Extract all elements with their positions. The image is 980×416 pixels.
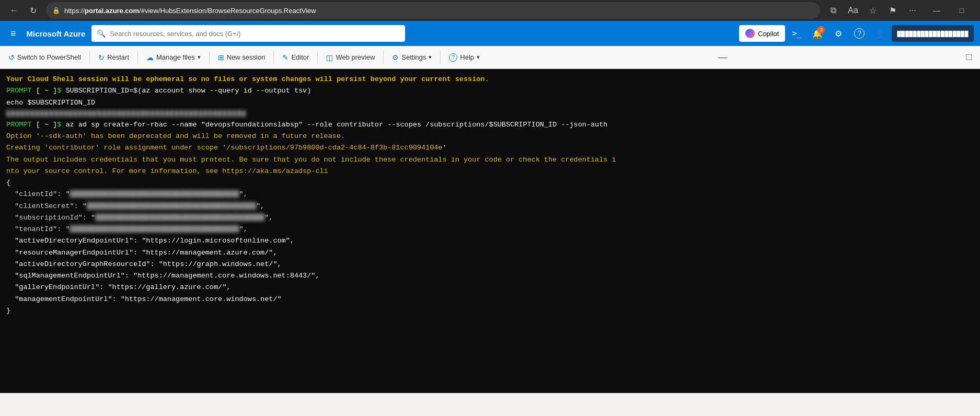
blurred-output-text: ████████████████████████████████████████… bbox=[6, 109, 247, 119]
manage-files-button[interactable]: ☁ Manage files ▾ bbox=[142, 49, 205, 66]
shell-help-button[interactable]: ? Help ▾ bbox=[445, 49, 484, 66]
editor-button[interactable]: ✎ Editor bbox=[278, 49, 313, 66]
prompt1-bracket: [ ~ ] bbox=[32, 86, 57, 96]
terminal-json-line: "tenantId": "███████████████████████████… bbox=[6, 224, 974, 235]
shell-maximize-button[interactable]: □ bbox=[962, 50, 976, 65]
maximize-window-button[interactable]: □ bbox=[950, 2, 974, 19]
read-aloud-button[interactable]: Aa bbox=[845, 3, 861, 18]
manage-files-label: Manage files bbox=[156, 53, 195, 61]
new-session-button[interactable]: ⊞ New session bbox=[214, 49, 270, 66]
terminal-json-line: "subscriptionId": "█████████████████████… bbox=[6, 213, 974, 223]
settings-icon: ⚙ bbox=[835, 29, 842, 39]
notifications-button[interactable]: 🔔 2 bbox=[808, 24, 827, 43]
new-session-label: New session bbox=[227, 53, 266, 61]
terminal-button[interactable]: >_ bbox=[787, 24, 806, 43]
pin-button[interactable]: ⚑ bbox=[885, 3, 901, 18]
address-bar[interactable]: 🔒 https://portal.azure.com/#view/HubsExt… bbox=[46, 2, 820, 19]
help-button[interactable]: ? bbox=[850, 24, 869, 43]
terminal-warning-line: Your Cloud Shell session will be ephemer… bbox=[6, 74, 974, 85]
prompt2-dollar: $ bbox=[57, 120, 65, 130]
address-suffix: /#view/HubsExtension/BrowseResourceGroup… bbox=[139, 7, 316, 15]
user-icon: 👤 bbox=[875, 29, 885, 39]
shell-minimize-button[interactable]: — bbox=[714, 50, 732, 65]
user-profile-button[interactable]: 👤 bbox=[871, 24, 890, 43]
terminal-icon: >_ bbox=[792, 29, 801, 38]
terminal-output-line: The output includes credentials that you… bbox=[6, 155, 974, 165]
restart-button[interactable]: ↻ Restart bbox=[94, 49, 133, 66]
search-input[interactable] bbox=[110, 30, 400, 38]
switch-powershell-label: Switch to PowerShell bbox=[17, 53, 81, 61]
refresh-button[interactable]: ↻ bbox=[25, 3, 41, 18]
toolbar-divider-2 bbox=[137, 51, 138, 64]
settings-button[interactable]: ⚙ bbox=[829, 24, 848, 43]
prompt1: PROMPT bbox=[6, 86, 32, 96]
favorites-button[interactable]: ☆ bbox=[865, 3, 881, 18]
terminal-json-line: "galleryEndpointUrl": "https://gallery.a… bbox=[6, 282, 974, 293]
prompt2-bracket: [ ~ ] bbox=[32, 120, 57, 130]
prompt1-dollar: $ bbox=[57, 86, 65, 96]
minimize-window-button[interactable]: — bbox=[925, 2, 949, 19]
new-session-icon: ⊞ bbox=[218, 53, 224, 62]
terminal-json-line: "sqlManagementEndpointUrl": "https://man… bbox=[6, 271, 974, 281]
prompt2: PROMPT bbox=[6, 120, 32, 130]
switch-powershell-icon: ↺ bbox=[8, 53, 15, 62]
copilot-label: Copilot bbox=[758, 30, 779, 38]
portal-header: ≡ Microsoft Azure 🔍 Copilot >_ 🔔 2 ⚙ ? 👤… bbox=[0, 21, 980, 46]
editor-label: Editor bbox=[291, 53, 309, 61]
terminal-cmd3-line: PROMPT [ ~ ] $ az ad sp create-for-rbac … bbox=[6, 120, 974, 130]
terminal-output-line: nto your source control. For more inform… bbox=[6, 166, 974, 177]
terminal-json-line: "managementEndpointUrl": "https://manage… bbox=[6, 294, 974, 305]
manage-files-icon: ☁ bbox=[146, 53, 154, 62]
toolbar-divider-1 bbox=[89, 51, 90, 64]
copilot-icon bbox=[745, 29, 755, 38]
shell-settings-icon: ⚙ bbox=[392, 53, 399, 62]
brand-name: Microsoft Azure bbox=[27, 29, 86, 38]
terminal-json-line: "clientSecret": "███████████████████████… bbox=[6, 201, 974, 212]
terminal-json-line: "resourceManagerEndpointUrl": "https://m… bbox=[6, 248, 974, 258]
terminal-blurred-output: ████████████████████████████████████████… bbox=[6, 109, 974, 119]
terminal-json-line: } bbox=[6, 306, 974, 316]
more-button[interactable]: ··· bbox=[905, 3, 920, 18]
browser-titlebar: ← ↻ 🔒 https://portal.azure.com/#view/Hub… bbox=[0, 0, 980, 21]
cmd1-text: SUBSCRIPTION_ID=$(az account show --quer… bbox=[65, 86, 311, 96]
terminal-json-line: "activeDirectoryGraphResourceId": "https… bbox=[6, 259, 974, 270]
azure-logo: Microsoft Azure bbox=[27, 29, 86, 38]
browser-nav-buttons: ← ↻ bbox=[6, 3, 41, 18]
toolbar-divider-4 bbox=[273, 51, 274, 64]
terminal-cmd2-line: echo $SUBSCRIPTION_ID bbox=[6, 98, 974, 108]
terminal-json-line: "activeDirectoryEndpointUrl": "https://l… bbox=[6, 236, 974, 246]
manage-files-arrow: ▾ bbox=[198, 54, 201, 61]
back-button[interactable]: ← bbox=[6, 3, 22, 18]
web-preview-button[interactable]: ◫ Web preview bbox=[322, 49, 379, 66]
portal-header-actions: Copilot >_ 🔔 2 ⚙ ? 👤 ██████████████████ bbox=[739, 24, 974, 43]
shell-settings-arrow: ▾ bbox=[429, 54, 432, 61]
split-screen-button[interactable]: ⧉ bbox=[825, 3, 841, 18]
notification-badge: 2 bbox=[817, 26, 825, 33]
terminal-area[interactable]: Your Cloud Shell session will be ephemer… bbox=[0, 69, 980, 393]
copilot-button[interactable]: Copilot bbox=[739, 25, 785, 42]
cmd2-text: echo $SUBSCRIPTION_ID bbox=[6, 98, 95, 108]
toolbar-divider-5 bbox=[317, 51, 318, 64]
toolbar-divider-3 bbox=[209, 51, 210, 64]
hamburger-menu-button[interactable]: ≡ bbox=[6, 26, 20, 41]
portal-search-bar[interactable]: 🔍 bbox=[91, 25, 405, 42]
browser-chrome: ← ↻ 🔒 https://portal.azure.com/#view/Hub… bbox=[0, 0, 980, 21]
terminal-cmd1-line: PROMPT [ ~ ] $ SUBSCRIPTION_ID=$(az acco… bbox=[6, 86, 974, 96]
editor-icon: ✎ bbox=[282, 53, 289, 62]
terminal-json-line: "clientId": "███████████████████████████… bbox=[6, 189, 974, 200]
shell-settings-button[interactable]: ⚙ Settings ▾ bbox=[388, 49, 436, 66]
user-account-label: ██████████████████ bbox=[897, 31, 969, 37]
restart-icon: ↻ bbox=[98, 53, 105, 62]
search-icon: 🔍 bbox=[97, 29, 106, 38]
terminal-json-line: { bbox=[6, 178, 974, 188]
terminal-output-line: Creating 'contributor' role assignment u… bbox=[6, 143, 974, 153]
cmd3-text: az ad sp create-for-rbac --name "devopsf… bbox=[65, 120, 607, 130]
toolbar-divider-7 bbox=[440, 51, 441, 64]
terminal-output-lines: Option '--sdk-auth' has been deprecated … bbox=[6, 131, 974, 177]
cloudshell-toolbar: ↺ Switch to PowerShell ↻ Restart ☁ Manag… bbox=[0, 46, 980, 69]
shell-help-arrow: ▾ bbox=[477, 54, 480, 61]
user-account-button[interactable]: ██████████████████ bbox=[892, 25, 974, 42]
switch-powershell-button[interactable]: ↺ Switch to PowerShell bbox=[4, 49, 85, 66]
restart-label: Restart bbox=[107, 53, 129, 61]
address-prefix: https:// bbox=[64, 7, 85, 15]
